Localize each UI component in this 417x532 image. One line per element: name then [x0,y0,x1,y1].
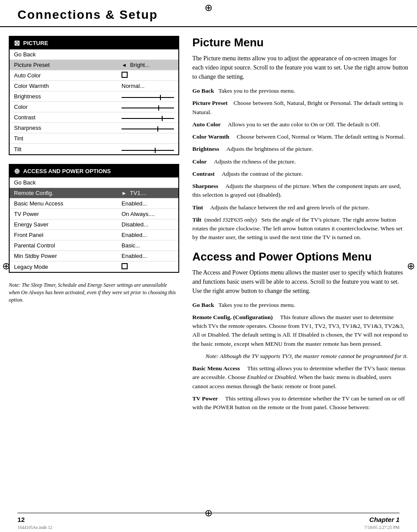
tv-power-label: TV Power [14,211,122,217]
picture-icon: ⊠ [14,39,20,47]
color-row[interactable]: Color [10,102,178,112]
main-content: ⊠ PICTURE Go Back Picture Preset ◄ Brigh… [0,36,417,424]
picture-item-tilt: Tilt (model J32F635 only) Sets the angle… [192,216,408,242]
access-menu-label: ACCESS AND POWER OPTIONS [23,168,111,174]
min-stdby-label: Min Stdby Power [14,253,122,259]
goback-desc: Takes you to the previous menu. [219,87,295,94]
contrast-slider[interactable] [122,114,174,121]
picture-section-body: Go Back Takes you to the previous menu. … [192,87,408,242]
contrast-desc: Adjusts the contrast of the picture. [222,170,303,177]
tv-power-value: On Always.... [122,211,174,217]
tilt-slider[interactable] [122,146,174,153]
picture-section-title: Picture Menu [192,36,408,49]
picture-menu-label: PICTURE [23,40,48,46]
remote-config-row[interactable]: Remote Config. ► TV1.... [10,188,178,198]
picture-item-brightness: Brightness Adjusts the brightness of the… [192,145,408,153]
remote-note: Note: Although the TV supports TV3, the … [205,352,408,361]
sharpness-desc: Adjusts the sharpness of the picture. Wh… [192,183,401,198]
access-menu-note: Note: The Sleep Timer, Schedule and Ener… [9,282,179,303]
access-item-tvpower: TV Power This setting allows you to dete… [192,394,408,412]
legacy-mode-checkbox[interactable] [122,263,128,269]
picture-item-goback: Go Back Takes you to the previous menu. [192,87,408,95]
access-item-remote: Remote Config. (Configuration) This feat… [192,313,408,348]
access-item-goback: Go Back Takes you to the previous menu. [192,301,408,309]
basic-menu-label: Basic Menu Access [14,200,122,207]
footer-date-info: 7/18/05 2:27:25 PM [364,525,400,530]
auto-color-checkbox[interactable] [122,72,128,78]
parental-control-row[interactable]: Parental Control Basic... [10,240,178,251]
goback-term: Go Back [192,87,214,94]
access-menu-header: ⊕ ACCESS AND POWER OPTIONS [10,165,178,177]
front-panel-value: Enabled... [122,232,174,238]
picture-section: Picture Menu The Picture menu items allo… [192,36,408,242]
energy-saver-value: Disabled... [122,221,174,228]
tv-power-row[interactable]: TV Power On Always.... [10,209,178,219]
basic-menu-row[interactable]: Basic Menu Access Enabled... [10,198,178,209]
min-stdby-row[interactable]: Min Stdby Power Enabled... [10,251,178,261]
color-slider[interactable] [122,103,174,111]
tilt-track [122,150,174,151]
color-desc: Adjusts the richness of the picture. [214,158,295,165]
remote-config-arrow: ► [122,190,127,196]
sharpness-term: Sharpness [192,183,218,189]
contrast-row[interactable]: Contrast [10,112,178,123]
basicmenu-term: Basic Menu Access [192,365,240,372]
sharpness-slider[interactable] [122,124,174,132]
chapter-label: Chapter 1 [369,516,400,523]
brightness-row[interactable]: Brightness [10,91,178,102]
legacy-mode-label: Legacy Mode [14,264,122,270]
right-crosshair: ⊕ [407,261,415,272]
picture-item-warmth: Color Warmth Choose between Cool, Normal… [192,132,408,141]
color-label: Color [14,104,122,110]
top-crosshair: ⊕ [205,2,212,14]
contrast-slider-bar [122,116,174,121]
access-go-back-label: Go Back [14,179,174,186]
brightness-slider[interactable] [122,93,174,100]
brightness-slider-bar [122,95,174,100]
remote-config-label: Remote Config. [14,190,122,196]
color-thumb [158,105,159,111]
access-go-back-row[interactable]: Go Back [10,177,178,188]
color-warmth-row[interactable]: Color Warmth Normal... [10,81,178,91]
left-crosshair: ⊕ [2,261,10,272]
tilt-row[interactable]: Tilt [10,144,178,154]
access-icon: ⊕ [14,167,20,175]
tint-row[interactable]: Tint [10,133,178,144]
legacy-mode-row[interactable]: Legacy Mode [10,261,178,272]
tilt-slider-bar [122,148,174,153]
front-panel-row[interactable]: Front Panel Enabled... [10,230,178,240]
brightness-desc: Adjusts the brightness of the picture. [226,146,313,152]
basic-menu-value: Enabled... [122,200,174,207]
parental-control-label: Parental Control [14,242,122,249]
picture-menu-header: ⊠ PICTURE [10,37,178,49]
warmth-desc: Choose between Cool, Normal or Warm. The… [237,133,405,140]
access-section: Access and Power Options Menu The Access… [192,250,408,412]
remote-config-value: ► TV1.... [122,190,174,196]
picture-preset-value: ◄ Bright... [122,62,174,68]
picture-item-contrast: Contrast Adjusts the contrast of the pic… [192,170,408,178]
color-track [122,108,174,108]
footer-file-info: 1644105Ae.indb 12 [17,525,52,530]
access-goback-term: Go Back [192,302,214,308]
autocolor-desc: Allows you to set the auto color to On o… [228,121,380,128]
contrast-thumb [162,116,163,121]
legacy-mode-value [122,263,174,271]
picture-item-tint: Tint Adjusts the balance between the red… [192,203,408,212]
picture-item-preset: Picture Preset Choose between Soft, Natu… [192,99,408,117]
color-slider-bar [122,105,174,111]
brightness-label: Brightness [14,93,122,100]
tint-label: Tint [14,135,122,142]
sharpness-row[interactable]: Sharpness [10,123,178,133]
energy-saver-row[interactable]: Energy Saver Disabled... [10,219,178,230]
auto-color-value [122,72,174,79]
auto-color-row[interactable]: Auto Color [10,70,178,81]
picture-section-intro: The Picture menu items allow you to adju… [192,54,408,81]
tvpower-desc: This setting allows you to determine whe… [192,395,405,410]
picture-item-sharpness: Sharpness Adjusts the sharpness of the p… [192,182,408,200]
picture-go-back-row[interactable]: Go Back [10,49,178,60]
picture-item-color: Color Adjusts the richness of the pictur… [192,157,408,166]
sharpness-track [122,129,174,129]
picture-preset-row[interactable]: Picture Preset ◄ Bright... [10,60,178,70]
remote-note-text: Note: Although the TV supports TV3, the … [205,353,408,359]
min-stdby-value: Enabled... [122,253,174,259]
